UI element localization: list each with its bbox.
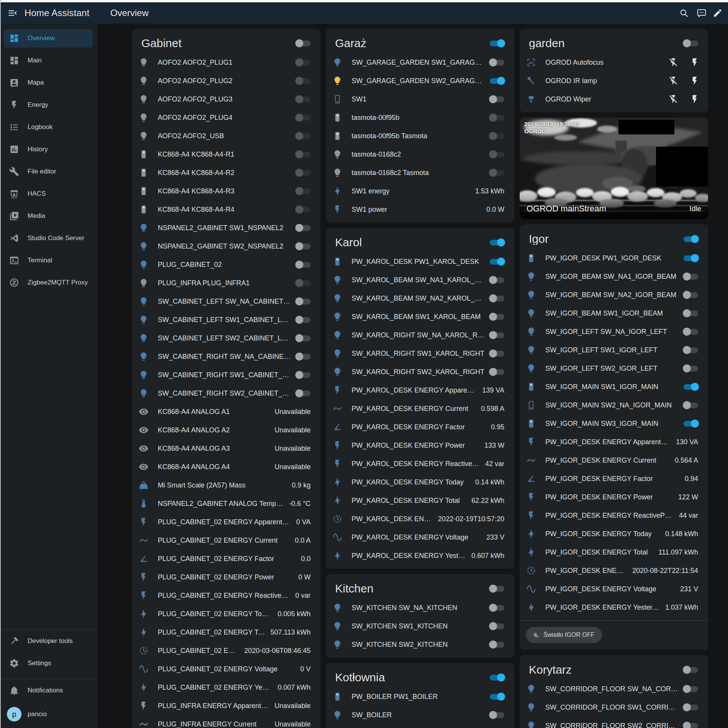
entity-row[interactable]: PLUG_CABINET_02 ENERGY Current0.0 A <box>132 531 321 550</box>
entity-toggle[interactable] <box>296 372 311 378</box>
entity-row[interactable]: SW_IGOR_LEFT SW_NA_IGOR_LEFT <box>520 322 708 341</box>
entity-row[interactable]: PW_IGOR_DESK ENERGY Power122 W <box>520 488 708 506</box>
entity-row[interactable]: PW_KAROL_DESK ENERGY ReactivePower42 var <box>326 455 514 473</box>
card-toggle[interactable] <box>490 240 504 245</box>
entity-row[interactable]: OGROD IR lamp <box>520 72 708 90</box>
entity-row[interactable]: SW_IGOR_BEAM SW_NA2_IGOR_BEAM <box>520 286 708 304</box>
entity-row[interactable]: SW_IGOR_MAIN SW2_NA_IGOR_MAIN <box>520 396 708 414</box>
entity-toggle[interactable] <box>296 299 311 304</box>
entity-toggle[interactable] <box>490 314 504 320</box>
flash-button[interactable] <box>690 57 700 67</box>
entity-row[interactable]: PW_KAROL_DESK ENERGY Total62.22 kWh <box>326 491 514 510</box>
entity-row[interactable]: KC868-A4 ANALOG A1Unavailable <box>132 402 321 421</box>
entity-row[interactable]: SW_IGOR_BEAM SW_NA1_IGOR_BEAM <box>520 267 708 286</box>
entity-row[interactable]: PLUG_CABINET_02 ENERGY ApparentPower0 VA <box>132 513 321 531</box>
card-toggle[interactable] <box>490 586 504 592</box>
entity-toggle[interactable] <box>490 78 504 84</box>
card-toggle[interactable] <box>684 236 698 242</box>
entity-row[interactable]: AOFO2 AOFO2_USB <box>132 127 321 145</box>
card-toggle[interactable] <box>684 41 698 46</box>
flash-button[interactable] <box>690 76 700 86</box>
entity-row[interactable]: PW_KAROL_DESK ENERGY Today0.14 kWh <box>326 473 514 491</box>
sidebar-item-history[interactable]: History <box>4 140 93 159</box>
entity-row[interactable]: SW1 <box>326 90 514 108</box>
entity-toggle[interactable] <box>490 623 504 629</box>
entity-toggle[interactable] <box>296 317 311 323</box>
sidebar-item-main[interactable]: Main <box>4 51 93 70</box>
entity-row[interactable]: PW_KAROL_DESK ENERGY Power133 W <box>326 436 514 455</box>
flash-off-button[interactable] <box>668 57 678 67</box>
entity-toggle[interactable] <box>684 421 698 427</box>
entity-toggle[interactable] <box>296 115 311 121</box>
entity-toggle[interactable] <box>490 351 504 357</box>
entity-row[interactable]: PLUG_CABINET_02 ENERGY Voltage0 V <box>132 660 321 678</box>
entity-row[interactable]: KC868-A4 KC868-A4-R4 <box>132 200 321 219</box>
entity-toggle[interactable] <box>296 207 311 213</box>
entity-row[interactable]: PW_KAROL_DESK PW1_KAROL_DESK <box>326 252 514 271</box>
entity-row[interactable]: SW_GARAGE_GARDEN SW2_GARAGE_GARDEN <box>326 72 514 90</box>
entity-toggle[interactable] <box>490 277 504 283</box>
entity-toggle[interactable] <box>490 296 504 301</box>
flash-button[interactable] <box>690 94 700 104</box>
entity-row[interactable]: SW_KAROL_RIGHT SW_NA_KAROL_RIGHT <box>326 326 514 344</box>
entity-toggle[interactable] <box>490 170 504 176</box>
entity-row[interactable]: tasmota-00f95b <box>326 108 514 127</box>
entity-toggle[interactable] <box>296 335 311 341</box>
camera-card[interactable]: 2024/09/19 19:36:33 OGRODOGROD mainStrea… <box>520 118 708 219</box>
entity-row[interactable]: SW_CABINET_RIGHT SW_NA_CABINET_RIGHT <box>132 347 321 366</box>
entity-toggle[interactable] <box>684 347 698 353</box>
entity-row[interactable]: SW_IGOR_MAIN SW1_IGOR_MAIN <box>520 378 708 396</box>
entity-row[interactable]: PW_KAROL_DESK ENERGY Current0.598 A <box>326 399 514 418</box>
sidebar-item-developer-tools[interactable]: Developer tools <box>4 632 93 650</box>
entity-row[interactable]: KC868-A4 KC868-A4-R1 <box>132 145 321 164</box>
entity-row[interactable]: SW_KAROL_BEAM SW_NA2_KAROL_BEAM <box>326 289 514 308</box>
entity-row[interactable]: PW_KAROL_DESK ENERGY TotalStartTime2022-… <box>326 510 514 528</box>
entity-row[interactable]: PLUG_CABINET_02 ENERGY TotalStartTime202… <box>132 641 321 660</box>
entity-toggle[interactable] <box>684 274 698 280</box>
entity-row[interactable]: PLUG_CABINET_02 <box>132 255 321 274</box>
sidebar-item-mapa[interactable]: Mapa <box>4 74 93 92</box>
entity-row[interactable]: SW_KAROL_RIGHT SW2_KAROL_RIGHT <box>326 363 514 381</box>
entity-row[interactable]: PLUG_INFRA PLUG_INFRA1 <box>132 274 321 292</box>
entity-row[interactable]: tasmota-0168c2 Tasmota <box>326 164 514 182</box>
chat-icon[interactable] <box>697 8 707 18</box>
entity-row[interactable]: NSPANEL2_GABINET ANALOG Temperature1-0.6… <box>132 494 321 513</box>
entity-row[interactable]: SW_CORRIDOR_FLOOR SW2_CORRIDOR_FLOOR <box>520 717 708 728</box>
entity-row[interactable]: KC868-A4 ANALOG A2Unavailable <box>132 421 321 439</box>
entity-toggle[interactable] <box>490 152 504 157</box>
entity-row[interactable]: SW_CABINET_LEFT SW1_CABINET_LEFT <box>132 311 321 329</box>
entity-row[interactable]: PW_IGOR_DESK PW1_IGOR_DESK <box>520 249 708 267</box>
entity-row[interactable]: NSPANEL2_GABINET SW2_NSPANEL2 <box>132 237 321 255</box>
entity-row[interactable]: AOFO2 AOFO2_PLUG2 <box>132 72 321 90</box>
sidebar-item-media[interactable]: Media <box>4 207 93 225</box>
entity-row[interactable]: PW_IGOR_DESK ENERGY Voltage231 V <box>520 580 708 598</box>
entity-row[interactable]: PW_IGOR_DESK ENERGY TotalStartTime2020-0… <box>520 561 708 580</box>
entity-row[interactable]: SW_KAROL_RIGHT SW1_KAROL_RIGHT <box>326 344 514 363</box>
entity-toggle[interactable] <box>684 384 698 390</box>
entity-row[interactable]: KC868-A4 KC868-A4-R2 <box>132 164 321 182</box>
entity-row[interactable]: SW_KAROL_BEAM SW1_KAROL_BEAM <box>326 308 514 326</box>
entity-toggle[interactable] <box>296 152 311 157</box>
entity-row[interactable]: tasmota-0168c2 <box>326 145 514 164</box>
entity-toggle[interactable] <box>684 402 698 408</box>
entity-toggle[interactable] <box>490 642 504 648</box>
card-toggle[interactable] <box>296 41 311 46</box>
entity-row[interactable]: PLUG_CABINET_02 ENERGY Today0.005 kWh <box>132 605 321 623</box>
entity-toggle[interactable] <box>296 78 311 84</box>
entity-toggle[interactable] <box>684 329 698 335</box>
entity-row[interactable]: AOFO2 AOFO2_PLUG4 <box>132 108 321 127</box>
light-igor-off-button[interactable]: Światło IGOR OFF <box>526 627 602 643</box>
sidebar-item-file-editor[interactable]: File editor <box>4 162 93 181</box>
entity-row[interactable]: PLUG_CABINET_02 ENERGY Factor0.0 <box>132 550 321 568</box>
entity-row[interactable]: PW_BOILER PW1_BOILER <box>326 687 514 706</box>
flash-off-button[interactable] <box>668 94 678 104</box>
entity-row[interactable]: SW_CABINET_LEFT SW_NA_CABINET_LEFT <box>132 292 321 311</box>
sidebar-item-hacs[interactable]: HACSHACS <box>4 185 93 203</box>
entity-row[interactable]: SW_KITCHEN SW1_KITCHEN <box>326 617 514 635</box>
entity-row[interactable]: SW1 power0.0 W <box>326 200 514 219</box>
entity-row[interactable]: PLUG_INFRA ENERGY ApparentPowerUnavailab… <box>132 697 321 715</box>
entity-row[interactable]: PW_IGOR_DESK ENERGY Total111.097 kWh <box>520 543 708 561</box>
sidebar-item-studio-code-server[interactable]: Studio Code Server <box>4 229 93 247</box>
entity-row[interactable]: PW_IGOR_DESK ENERGY ApparentPower130 VA <box>520 433 708 451</box>
entity-toggle[interactable] <box>296 97 311 102</box>
